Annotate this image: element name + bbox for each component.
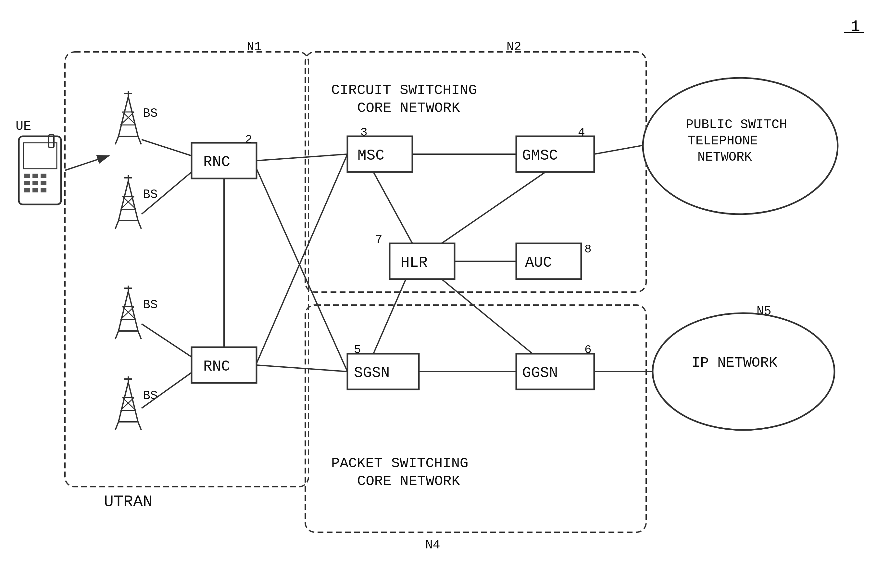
ue-key3 bbox=[41, 174, 47, 178]
pstn-line2: TELEPHONE bbox=[688, 134, 758, 148]
packet-switching-line2: CORE NETWORK bbox=[357, 473, 460, 489]
svg-line-29 bbox=[115, 331, 119, 339]
svg-line-9 bbox=[115, 136, 119, 144]
svg-marker-24 bbox=[119, 291, 138, 331]
ue-to-bs1-line bbox=[65, 156, 109, 170]
svg-line-40 bbox=[138, 422, 141, 430]
circuit-switching-line1: CIRCUIT SWITCHING bbox=[331, 82, 477, 98]
ue-key5 bbox=[33, 181, 38, 185]
svg-marker-14 bbox=[119, 181, 138, 220]
ue-key4 bbox=[24, 181, 30, 185]
ipnetwork-ellipse bbox=[653, 313, 835, 430]
bs3-icon bbox=[115, 286, 141, 339]
circuit-switching-line2: CORE NETWORK bbox=[357, 100, 460, 116]
ue-key8 bbox=[33, 188, 38, 192]
utran-box bbox=[65, 52, 308, 487]
rnc1-label: RNC bbox=[203, 154, 230, 171]
bs1-label: BS bbox=[143, 106, 158, 120]
bs4-icon bbox=[115, 376, 141, 430]
svg-line-19 bbox=[115, 220, 119, 229]
svg-line-30 bbox=[138, 331, 141, 339]
num8-label: 8 bbox=[584, 243, 592, 256]
n2-label: N2 bbox=[506, 40, 521, 54]
sgsn-label: SGSN bbox=[354, 365, 390, 382]
ggsn-label: GGSN bbox=[522, 365, 558, 382]
n4-label: N4 bbox=[425, 538, 440, 552]
ue-key7 bbox=[24, 188, 30, 192]
bs4-label: BS bbox=[143, 389, 158, 403]
ue-key2 bbox=[33, 174, 38, 178]
auc-label: AUC bbox=[525, 254, 552, 271]
msc-label: MSC bbox=[357, 147, 384, 164]
ipnetwork-line1: IP NETWORK bbox=[692, 355, 778, 371]
hlr-to-sgsn-left bbox=[373, 279, 406, 354]
pstn-line3: NETWORK bbox=[697, 150, 752, 165]
ue-key9 bbox=[41, 188, 47, 192]
ue-key6 bbox=[41, 181, 47, 185]
num6-label: 6 bbox=[584, 344, 592, 357]
rnc2-to-sgsn bbox=[257, 365, 347, 372]
svg-marker-4 bbox=[119, 97, 138, 136]
svg-marker-34 bbox=[119, 382, 138, 422]
bs2-icon bbox=[115, 175, 141, 229]
msc-to-hlr-left bbox=[373, 172, 412, 243]
bs1-to-rnc1 bbox=[141, 140, 192, 156]
utran-label: UTRAN bbox=[104, 493, 153, 511]
bs1-icon bbox=[115, 91, 141, 144]
ue-phone-body bbox=[19, 136, 61, 204]
gmsc-to-hlr-right bbox=[441, 172, 545, 243]
num3-label: 3 bbox=[360, 126, 368, 139]
ue-phone-screen bbox=[23, 143, 57, 169]
hlr-to-ggsn-right bbox=[441, 279, 533, 354]
ue-key1 bbox=[24, 174, 30, 178]
bs3-to-rnc2 bbox=[141, 324, 192, 357]
packet-switching-line1: PACKET SWITCHING bbox=[331, 455, 468, 471]
gmsc-label: GMSC bbox=[522, 147, 558, 164]
bs2-label: BS bbox=[143, 188, 158, 201]
ue-label: UE bbox=[16, 119, 31, 134]
num7-label: 7 bbox=[375, 233, 383, 246]
pstn-line1: PUBLIC SWITCH bbox=[686, 117, 787, 132]
svg-line-20 bbox=[138, 220, 141, 229]
hlr-label: HLR bbox=[401, 254, 428, 271]
n1-label: N1 bbox=[247, 40, 262, 54]
svg-line-10 bbox=[138, 136, 141, 144]
num4-label: 4 bbox=[578, 126, 585, 139]
packet-switching-box bbox=[305, 305, 646, 532]
bs3-label: BS bbox=[143, 298, 158, 312]
diagram: 1 N1 N2 N3 N4 N5 bbox=[0, 0, 889, 588]
rnc2-label: RNC bbox=[203, 358, 230, 375]
num5-label: 5 bbox=[354, 344, 361, 357]
svg-line-39 bbox=[115, 422, 119, 430]
rnc1-to-msc bbox=[257, 154, 347, 160]
rnc1-to-sgsn-cross1 bbox=[257, 169, 347, 372]
num2-label: 2 bbox=[245, 133, 252, 146]
rnc2-to-msc-cross2 bbox=[257, 154, 347, 363]
